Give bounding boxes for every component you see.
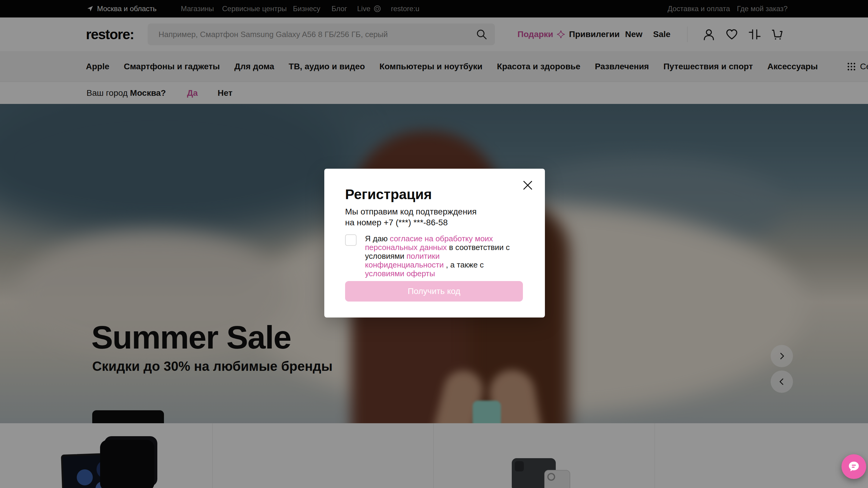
registration-modal: Регистрация Мы отправим код подтверждени… <box>324 169 545 318</box>
chat-bubble-icon <box>847 460 861 473</box>
close-icon <box>521 179 534 192</box>
modal-description-line2: на номер +7 (***) ***-86-58 <box>345 217 476 228</box>
chat-widget-button[interactable] <box>841 454 866 479</box>
consent-prefix: Я даю <box>365 234 390 243</box>
consent-mid2: , а также с <box>444 260 484 269</box>
consent-checkbox[interactable] <box>345 234 356 246</box>
consent-row: Я даю согласие на обработку моих персона… <box>345 234 526 278</box>
consent-link-offer-terms[interactable]: условиями оферты <box>365 269 435 278</box>
modal-description: Мы отправим код подтверждения на номер +… <box>345 206 476 228</box>
consent-text: Я даю согласие на обработку моих персона… <box>365 234 519 278</box>
modal-close-button[interactable] <box>521 179 534 192</box>
modal-title: Регистрация <box>345 186 432 202</box>
get-code-button[interactable]: Получить код <box>345 281 523 301</box>
modal-description-line1: Мы отправим код подтверждения <box>345 206 476 217</box>
